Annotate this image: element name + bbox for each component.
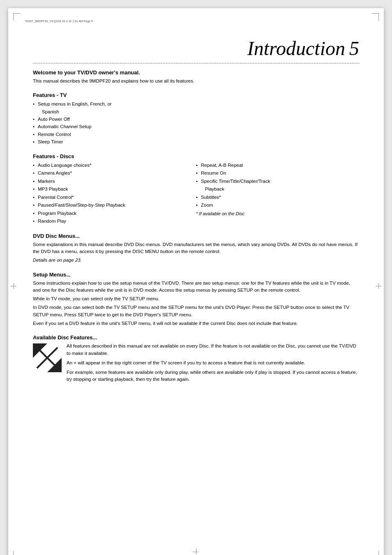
features-discs-footnote: * If available on the Disc	[196, 211, 359, 216]
dvd-menus-italic: Details are on page 23.	[33, 258, 82, 263]
reg-mark-right	[376, 283, 381, 289]
welcome-heading: Welcome to your TV/DVD owner's manual.	[33, 69, 359, 76]
title-area: Introduction5	[33, 37, 359, 60]
page-title: Introduction	[247, 37, 345, 59]
corner-mark-top-left	[13, 13, 21, 21]
features-discs-section: Features - Discs Audio Language choices*…	[33, 153, 359, 226]
dvd-menus-heading: DVD Disc Menus...	[33, 233, 359, 239]
dotted-divider	[33, 63, 359, 64]
setup-menus-body: Some instructions explain how to use the…	[33, 280, 359, 327]
list-item: Markers	[33, 177, 196, 186]
features-discs-heading: Features - Discs	[33, 153, 359, 159]
page: TD007_9MDPF20_V3.QX33 04.2.18 1:51 AM Pa…	[8, 8, 384, 555]
list-item: Random Play	[33, 217, 196, 226]
setup-menus-heading: Setup Menus...	[33, 272, 359, 278]
bottom-reg-mark	[193, 548, 199, 555]
setup-menus-section: Setup Menus... Some instructions explain…	[33, 272, 359, 327]
features-discs-list1: Audio Language choices* Camera Angles* M…	[33, 161, 196, 226]
corner-mark-top-right	[371, 13, 379, 21]
features-tv-list: Setup menus in English, French, or Spani…	[33, 100, 359, 145]
list-item: Remote Control	[33, 131, 359, 138]
setup-menus-para1: Some instructions explain how to use the…	[33, 280, 359, 294]
welcome-body: This manual describes the 9MDPF20 and ex…	[33, 78, 359, 85]
available-disc-section: Available Disc Features... All features …	[33, 334, 359, 385]
list-item: Repeat, A-B Repeat	[196, 161, 359, 170]
dvd-menus-section: DVD Disc Menus... Some explanations in t…	[33, 233, 359, 264]
small-print: TD007_9MDPF20_V3.QX33 04.2.18 1:51 AM Pa…	[25, 20, 93, 23]
list-item: MP3 Playback	[33, 185, 196, 193]
available-disc-heading: Available Disc Features...	[33, 334, 359, 341]
list-item: Spanish	[33, 108, 359, 115]
setup-menus-para3: In DVD mode, you can select both the TV …	[33, 304, 359, 318]
setup-menus-para2: While in TV mode, you can select only th…	[33, 295, 359, 302]
list-item: Parental Control*	[33, 193, 196, 202]
list-item: Subtitles*	[196, 193, 359, 202]
list-item: Automatic Channel Setup	[33, 123, 359, 130]
list-item: Setup menus in English, French, or	[33, 100, 359, 108]
list-item: Camera Angles*	[33, 169, 196, 177]
available-disc-text: All features described in this manual ar…	[67, 343, 359, 385]
features-tv-heading: Features - TV	[33, 92, 359, 98]
list-item: Playback	[196, 185, 359, 193]
x-icon-svg	[33, 343, 62, 372]
available-disc-content: All features described in this manual ar…	[33, 343, 359, 385]
list-item: Zoom	[196, 201, 359, 210]
dvd-menus-text: Some explanations in this manual describ…	[33, 241, 359, 256]
available-disc-para3: For example, some features are available…	[67, 369, 359, 384]
setup-menus-para4: Even if you set a DVD feature in the uni…	[33, 320, 359, 327]
features-discs-columns: Audio Language choices* Camera Angles* M…	[33, 161, 359, 226]
available-disc-para2: An × will appear in the top right corner…	[67, 359, 359, 367]
corner-mark-bottom-left	[13, 551, 21, 555]
list-item: Paused/Fast/Slow/Step-by-Step Playback	[33, 201, 196, 210]
page-number: 5	[349, 37, 359, 59]
list-item: Sleep Timer	[33, 138, 359, 145]
available-disc-para1: All features described in this manual ar…	[67, 343, 359, 357]
list-item: Resume On	[196, 169, 359, 177]
features-tv-section: Features - TV Setup menus in English, Fr…	[33, 92, 359, 145]
list-item: Audio Language choices*	[33, 161, 196, 170]
reg-mark-left	[11, 283, 16, 289]
list-item: Specific Time/Title/Chapter/Track	[196, 177, 359, 186]
dvd-menus-body: Some explanations in this manual describ…	[33, 241, 359, 264]
corner-mark-bottom-right	[371, 551, 379, 555]
features-discs-col2: Repeat, A-B Repeat Resume On Specific Ti…	[196, 161, 359, 226]
welcome-section: Welcome to your TV/DVD owner's manual. T…	[33, 69, 359, 85]
list-item: Program Playback	[33, 210, 196, 218]
disc-unavailable-icon	[33, 343, 62, 374]
features-discs-list2: Repeat, A-B Repeat Resume On Specific Ti…	[196, 161, 359, 210]
features-discs-col1: Audio Language choices* Camera Angles* M…	[33, 161, 196, 226]
list-item: Auto Power Off	[33, 115, 359, 123]
